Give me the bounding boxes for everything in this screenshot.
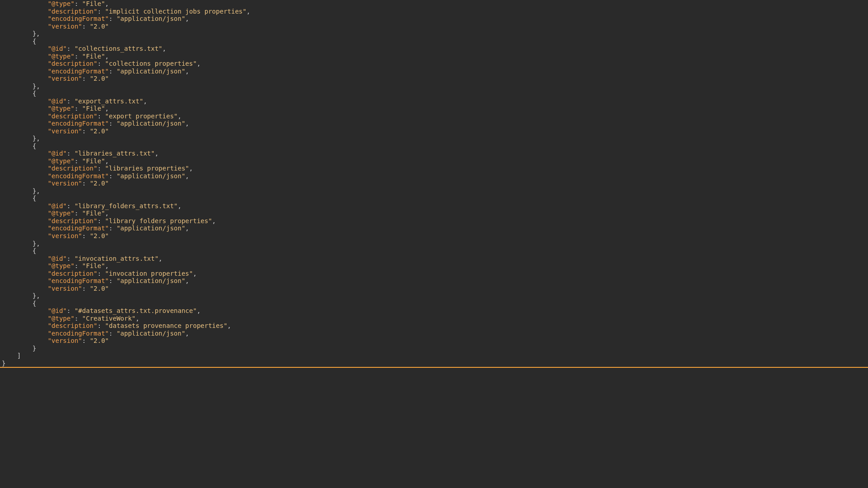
json-code-block[interactable]: "@type": "File", "description": "implici… (0, 0, 868, 367)
bottom-divider (0, 367, 868, 368)
